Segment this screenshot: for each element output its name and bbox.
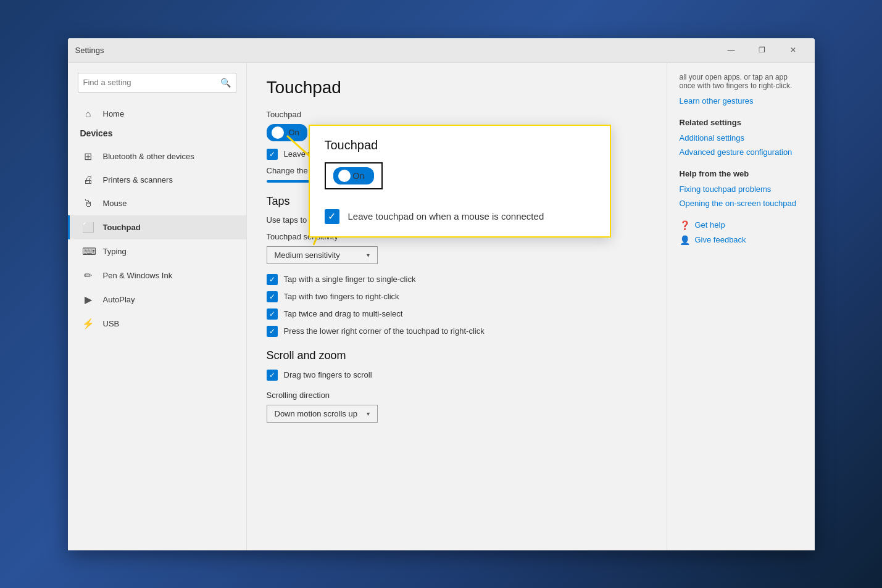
- tap-twice-drag-label: Tap twice and drag to multi-select: [284, 309, 403, 318]
- usb-icon: ⚡: [82, 318, 94, 329]
- right-panel-text: all your open apps. or tap an app once w…: [680, 73, 802, 90]
- drag-two-fingers-row: Drag two fingers to scroll: [267, 370, 647, 381]
- tap-twice-drag-checkbox[interactable]: [267, 308, 278, 320]
- give-feedback-link[interactable]: Give feedback: [695, 235, 746, 244]
- sensitivity-dropdown[interactable]: Medium sensitivity ▾: [267, 246, 378, 264]
- minimize-button[interactable]: —: [717, 41, 746, 59]
- toggle-on-label: On: [289, 128, 299, 137]
- touchpad-toggle[interactable]: On: [267, 124, 307, 141]
- sidebar-item-printers-label: Printers & scanners: [103, 175, 173, 184]
- tap-two-fingers-row: Tap with two fingers to right-click: [267, 291, 647, 302]
- additional-settings-link[interactable]: Additional settings: [680, 133, 802, 143]
- sidebar-item-typing[interactable]: ⌨ Typing: [68, 239, 246, 263]
- learn-gestures-link[interactable]: Learn other gestures: [680, 96, 802, 106]
- sidebar-item-bluetooth-label: Bluetooth & other devices: [103, 152, 194, 161]
- help-section: ❓ Get help 👤 Give feedback: [680, 220, 802, 245]
- pen-icon: ✏: [82, 270, 94, 281]
- content-area: 🔍 ⌂ Home Devices ⊞ Bluetooth & other dev…: [68, 63, 815, 550]
- tooltip-popup: Touchpad On Leave touchpad on when a mou…: [309, 125, 611, 238]
- scroll-zoom-heading: Scroll and zoom: [267, 349, 647, 362]
- main-content: Touchpad Touchpad On Leave touchpad on w…: [247, 63, 667, 550]
- tooltip-checkbox[interactable]: [325, 209, 339, 224]
- advanced-gesture-link[interactable]: Advanced gesture configuration: [680, 147, 802, 157]
- mouse-icon: 🖱: [82, 198, 94, 209]
- scrolling-direction-label: Scrolling direction: [267, 391, 647, 400]
- right-panel: all your open apps. or tap an app once w…: [667, 63, 815, 550]
- autoplay-icon: ▶: [82, 294, 94, 305]
- drag-two-fingers-checkbox[interactable]: [267, 370, 278, 381]
- touchpad-icon: ⬜: [82, 222, 94, 233]
- printers-icon: 🖨: [82, 175, 94, 186]
- sidebar-item-autoplay[interactable]: ▶ AutoPlay: [68, 288, 246, 312]
- search-icon: 🔍: [220, 78, 231, 88]
- sidebar-item-printers[interactable]: 🖨 Printers & scanners: [68, 168, 246, 192]
- close-button[interactable]: ✕: [779, 41, 807, 59]
- onscreen-touchpad-link[interactable]: Opening the on-screen touchpad: [680, 199, 802, 208]
- search-box[interactable]: 🔍: [78, 73, 236, 93]
- search-input[interactable]: [83, 78, 217, 87]
- settings-window: Settings — ❐ ✕ 🔍 ⌂ Home Devices ⊞ Blueto…: [68, 38, 815, 550]
- tap-two-fingers-label: Tap with two fingers to right-click: [284, 292, 399, 301]
- sensitivity-value: Medium sensitivity: [275, 251, 340, 260]
- tap-single-label: Tap with a single finger to single-click: [284, 275, 416, 284]
- scrolling-direction-arrow: ▾: [367, 410, 370, 417]
- page-title: Touchpad: [267, 78, 647, 97]
- bluetooth-icon: ⊞: [82, 151, 94, 162]
- sidebar-item-home[interactable]: ⌂ Home: [68, 102, 246, 126]
- sidebar-item-touchpad[interactable]: ⬜ Touchpad: [68, 215, 246, 239]
- press-lower-right-checkbox[interactable]: [267, 326, 278, 337]
- give-feedback-item[interactable]: 👤 Give feedback: [680, 235, 802, 245]
- tap-twice-drag-row: Tap twice and drag to multi-select: [267, 308, 647, 320]
- tooltip-toggle-row: On: [325, 162, 383, 189]
- tap-two-fingers-checkbox[interactable]: [267, 291, 278, 302]
- sidebar-item-mouse[interactable]: 🖱 Mouse: [68, 192, 246, 215]
- titlebar: Settings — ❐ ✕: [68, 38, 815, 63]
- tooltip-toggle-label: On: [353, 171, 365, 181]
- help-from-web-title: Help from the web: [680, 169, 802, 178]
- typing-icon: ⌨: [82, 246, 94, 257]
- sidebar: 🔍 ⌂ Home Devices ⊞ Bluetooth & other dev…: [68, 63, 247, 550]
- tooltip-toggle[interactable]: On: [333, 167, 374, 184]
- sidebar-item-mouse-label: Mouse: [103, 199, 127, 208]
- home-icon: ⌂: [82, 109, 94, 120]
- press-lower-right-label: Press the lower right corner of the touc…: [284, 326, 485, 336]
- help-from-web-section: Help from the web Fixing touchpad proble…: [680, 169, 802, 208]
- window-title: Settings: [75, 46, 104, 55]
- leave-touchpad-checkbox[interactable]: [267, 149, 278, 160]
- tooltip-title: Touchpad: [325, 138, 595, 152]
- tooltip-checkbox-label: Leave touchpad on when a mouse is connec…: [348, 211, 544, 222]
- maximize-button[interactable]: ❐: [748, 41, 776, 59]
- tap-single-checkbox[interactable]: [267, 274, 278, 285]
- sensitivity-dropdown-arrow: ▾: [367, 252, 370, 259]
- sidebar-item-home-label: Home: [103, 109, 125, 118]
- sidebar-item-typing-label: Typing: [103, 247, 127, 256]
- toggle-thumb: [272, 126, 284, 139]
- sidebar-item-usb-label: USB: [103, 319, 120, 328]
- scrolling-direction-dropdown[interactable]: Down motion scrolls up ▾: [267, 405, 378, 423]
- sidebar-item-pen-label: Pen & Windows Ink: [103, 271, 173, 280]
- drag-two-fingers-label: Drag two fingers to scroll: [284, 370, 372, 379]
- press-lower-right-row: Press the lower right corner of the touc…: [267, 326, 647, 337]
- window-controls: — ❐ ✕: [717, 41, 807, 59]
- sidebar-item-bluetooth[interactable]: ⊞ Bluetooth & other devices: [68, 144, 246, 168]
- tooltip-toggle-thumb: [338, 170, 351, 182]
- give-feedback-icon: 👤: [680, 235, 690, 245]
- devices-label: Devices: [68, 126, 246, 144]
- get-help-item[interactable]: ❓ Get help: [680, 220, 802, 230]
- sidebar-item-usb[interactable]: ⚡ USB: [68, 312, 246, 336]
- scrolling-direction-value: Down motion scrolls up: [275, 409, 357, 418]
- related-settings-title: Related settings: [680, 118, 802, 127]
- touchpad-section-label: Touchpad: [267, 110, 647, 119]
- sidebar-item-autoplay-label: AutoPlay: [103, 295, 135, 304]
- get-help-link[interactable]: Get help: [695, 220, 725, 230]
- tap-single-row: Tap with a single finger to single-click: [267, 274, 647, 285]
- related-settings-section: Related settings Additional settings Adv…: [680, 118, 802, 157]
- sidebar-item-pen[interactable]: ✏ Pen & Windows Ink: [68, 263, 246, 288]
- sidebar-item-touchpad-label: Touchpad: [103, 223, 141, 232]
- get-help-icon: ❓: [680, 220, 690, 230]
- tooltip-checkbox-row: Leave touchpad on when a mouse is connec…: [325, 209, 595, 224]
- fixing-touchpad-link[interactable]: Fixing touchpad problems: [680, 184, 802, 194]
